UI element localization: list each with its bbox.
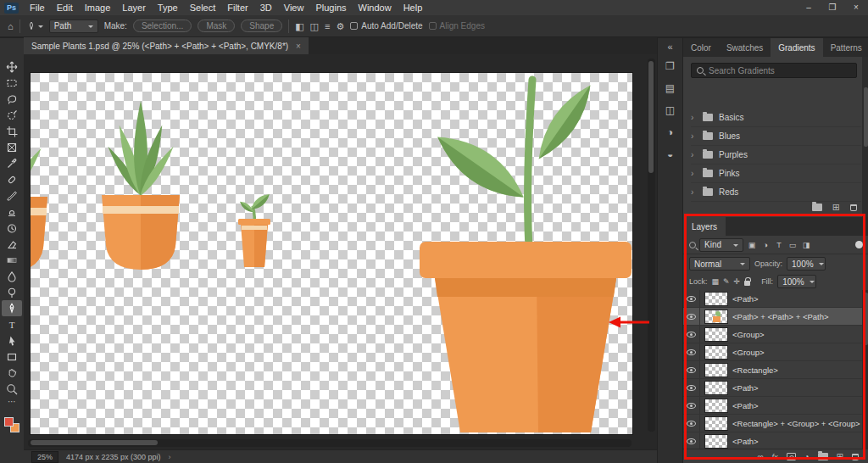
lock-pixels-icon[interactable]: ✎ — [723, 277, 730, 286]
new-group-icon[interactable] — [818, 453, 828, 460]
filter-shape-icon[interactable]: ▭ — [787, 241, 798, 249]
layer-thumbnail[interactable] — [705, 435, 727, 448]
collapsed-panel-icon[interactable]: ◑ — [667, 121, 673, 143]
canvas-horizontal-scrollbar[interactable] — [28, 439, 632, 447]
layer-row[interactable]: <Path> — [683, 397, 862, 415]
tab-swatches[interactable]: Swatches — [719, 38, 771, 57]
scrollbar-thumb[interactable] — [31, 440, 158, 445]
gradient-folder-pinks[interactable]: › Pinks — [691, 165, 861, 183]
chevron-right-icon[interactable]: › — [169, 453, 171, 461]
align-edges-checkbox[interactable]: Align Edges — [429, 21, 485, 31]
color-swatches[interactable] — [4, 417, 19, 432]
layer-thumbnail[interactable] — [705, 328, 727, 341]
layer-thumbnail[interactable] — [705, 364, 727, 377]
visibility-eye-icon[interactable] — [687, 438, 696, 444]
visibility-cell[interactable] — [683, 397, 700, 414]
add-mask-icon[interactable] — [787, 453, 796, 460]
auto-add-delete-checkbox[interactable]: Auto Add/Delete — [350, 21, 422, 31]
blend-mode-dropdown[interactable]: Normal — [689, 257, 750, 271]
collapsed-panel-icon[interactable]: ❐ — [665, 55, 675, 77]
canvas-vertical-scrollbar[interactable] — [648, 59, 655, 432]
layer-thumbnail[interactable] — [705, 293, 727, 305]
visibility-eye-icon[interactable] — [687, 421, 696, 427]
layer-row[interactable]: <Path> — [683, 379, 862, 397]
pen-tool-preset-icon[interactable] — [26, 21, 43, 31]
visibility-eye-icon[interactable] — [687, 367, 696, 373]
visibility-cell[interactable] — [683, 415, 700, 432]
layer-row-selected[interactable]: <Path> + <Path> + <Path> — [683, 308, 862, 326]
tool-frame[interactable] — [2, 139, 22, 155]
search-box[interactable] — [691, 63, 857, 78]
layer-row[interactable]: <Group> — [683, 326, 862, 343]
new-gradient-icon[interactable]: ⊞ — [832, 202, 840, 213]
tab-color[interactable]: Color — [683, 38, 719, 57]
layers-scrollbar[interactable] — [862, 290, 868, 449]
visibility-cell[interactable] — [683, 308, 700, 325]
visibility-cell[interactable] — [683, 432, 700, 449]
visibility-eye-icon[interactable] — [687, 314, 696, 320]
restore-button[interactable]: ❐ — [821, 0, 844, 15]
menu-select[interactable]: Select — [184, 0, 222, 15]
path-arrange-icon[interactable]: ≡ — [325, 21, 330, 31]
tool-brush[interactable] — [2, 187, 22, 204]
visibility-eye-icon[interactable] — [687, 385, 696, 391]
delete-icon[interactable] — [850, 204, 857, 211]
tool-marquee[interactable] — [2, 75, 22, 91]
tool-hand[interactable] — [2, 365, 22, 381]
collapsed-panel-icon[interactable]: ◒ — [667, 143, 673, 165]
menu-help[interactable]: Help — [398, 0, 429, 15]
scrollbar-thumb[interactable] — [864, 293, 868, 345]
visibility-cell[interactable] — [683, 326, 700, 343]
layer-thumbnail[interactable] — [705, 382, 727, 394]
menu-3d[interactable]: 3D — [254, 0, 278, 15]
scrollbar-thumb[interactable] — [648, 61, 654, 173]
tool-crop[interactable] — [2, 123, 22, 139]
tool-pen[interactable] — [2, 300, 22, 316]
tool-zoom[interactable] — [2, 381, 22, 397]
close-tab-icon[interactable]: × — [296, 42, 301, 51]
layer-effects-icon[interactable]: fx — [772, 453, 778, 461]
visibility-eye-icon[interactable] — [687, 349, 696, 355]
tool-lasso[interactable] — [2, 91, 22, 107]
tool-object-selection[interactable] — [2, 107, 22, 123]
tool-history-brush[interactable] — [2, 220, 22, 236]
tab-layers[interactable]: Layers — [683, 217, 726, 236]
scrollbar-thumb[interactable] — [864, 87, 868, 147]
chevron-right-icon[interactable]: › — [691, 187, 697, 197]
tool-mode-dropdown[interactable]: Path — [49, 20, 98, 33]
chevron-right-icon[interactable]: › — [691, 131, 697, 141]
visibility-eye-icon[interactable] — [687, 332, 696, 337]
chevron-right-icon[interactable]: › — [691, 169, 697, 178]
lock-position-icon[interactable]: ✛ — [734, 277, 741, 286]
menu-edit[interactable]: Edit — [51, 0, 79, 15]
fill-dropdown[interactable]: 100% — [777, 275, 816, 288]
tab-patterns[interactable]: Patterns — [823, 38, 868, 57]
home-icon[interactable]: ⌂ — [8, 21, 14, 31]
collapsed-panel-icon[interactable]: ◫ — [665, 99, 675, 121]
close-button[interactable]: × — [844, 0, 868, 15]
foreground-color-swatch[interactable] — [4, 417, 14, 427]
expand-panels-icon[interactable]: « — [667, 38, 672, 55]
visibility-cell[interactable] — [683, 290, 700, 307]
opacity-dropdown[interactable]: 100% — [787, 257, 826, 271]
gear-icon[interactable]: ⚙ — [336, 21, 344, 31]
tool-gradient[interactable] — [2, 252, 22, 268]
tool-clone-stamp[interactable] — [2, 204, 22, 220]
path-alignment-icon[interactable]: ◫ — [310, 21, 319, 31]
visibility-cell[interactable] — [683, 361, 700, 378]
layer-row[interactable]: <Rectangle> — [683, 361, 862, 379]
tool-healing-brush[interactable] — [2, 171, 22, 187]
filter-adjustment-icon[interactable]: ◑ — [760, 241, 771, 249]
search-gradients-input[interactable] — [709, 66, 851, 75]
make-mask-button[interactable]: Mask — [198, 20, 235, 32]
new-layer-icon[interactable]: ⊞ — [837, 452, 843, 461]
tool-type[interactable]: T — [2, 316, 22, 332]
tool-dodge[interactable] — [2, 284, 22, 300]
menu-file[interactable]: File — [24, 0, 51, 15]
collapsed-panel-icon[interactable]: ▤ — [665, 77, 675, 99]
menu-view[interactable]: View — [278, 0, 310, 15]
delete-layer-icon[interactable] — [852, 454, 859, 460]
gradient-folder-blues[interactable]: › Blues — [691, 127, 861, 146]
menu-layer[interactable]: Layer — [116, 0, 152, 15]
tool-path-selection[interactable] — [2, 332, 22, 349]
